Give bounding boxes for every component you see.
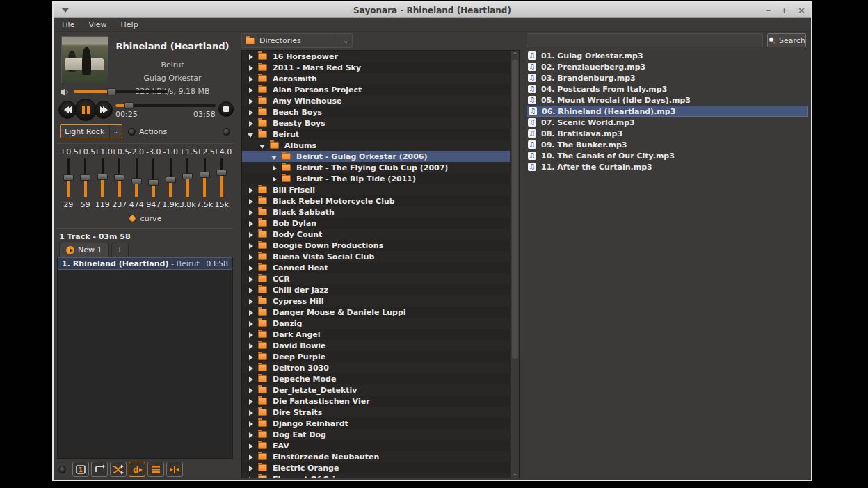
playlist[interactable]: 1. Rhineland (Heartland) - Beirut03:58 (57, 257, 233, 459)
expand-arrow-icon[interactable] (248, 465, 254, 471)
eq-gain-led[interactable] (223, 128, 230, 136)
collapse-arrow-icon[interactable] (248, 131, 254, 138)
expand-arrow-icon[interactable] (248, 276, 254, 282)
tree-item[interactable]: Electric Orange (242, 462, 519, 473)
eq-slider-handle[interactable] (182, 173, 193, 179)
expand-arrow-icon[interactable] (248, 332, 254, 338)
playlist-row[interactable]: 1. Rhineland (Heartland) - Beirut03:58 (58, 257, 232, 270)
tree-item[interactable]: EAV (242, 440, 519, 451)
add-playlist-tab-button[interactable]: + (111, 243, 129, 257)
curve-checkbox[interactable] (129, 215, 136, 222)
expand-arrow-icon[interactable] (248, 187, 254, 193)
repeat-all-button[interactable] (91, 462, 108, 477)
search-button[interactable]: Search (767, 33, 806, 47)
expand-arrow-icon[interactable] (248, 109, 254, 115)
file-row[interactable]: ♫05. Mount Wroclai (Idle Days).mp3 (527, 95, 808, 106)
expand-arrow-icon[interactable] (248, 265, 254, 271)
eq-slider-handle[interactable] (80, 174, 90, 181)
directory-tree[interactable]: 16 Horsepower2011 - Mars Red SkyAerosmit… (241, 50, 520, 478)
maximize-button[interactable]: + (780, 3, 788, 18)
shuffle-button[interactable] (110, 462, 127, 477)
eq-slider-handle[interactable] (216, 170, 227, 176)
playlist-mode-button[interactable] (147, 462, 164, 477)
expand-arrow-icon[interactable] (248, 120, 254, 127)
expand-arrow-icon[interactable] (248, 309, 254, 316)
playlist-tab[interactable]: New 1 (59, 243, 109, 257)
tree-item[interactable]: Black Sabbath (242, 206, 519, 218)
eq-actions-led[interactable] (128, 128, 136, 136)
tree-item[interactable]: Aerosmith (242, 73, 519, 84)
menu-view[interactable]: View (88, 20, 106, 29)
eq-preset-select[interactable]: Light Rock ⌄ (60, 124, 122, 138)
expand-arrow-icon[interactable] (248, 409, 254, 416)
file-list[interactable]: ♫01. Gulag Orkestar.mp3♫02. Prenzlauerbe… (527, 50, 808, 478)
tree-item[interactable]: Beirut - The Flying Club Cup (2007) (242, 162, 519, 173)
stop-button[interactable] (218, 101, 234, 117)
seek-slider[interactable] (115, 104, 216, 107)
eq-band-237[interactable]: +0.5237 (111, 147, 129, 214)
tree-item[interactable]: Beirut - The Rip Tide (2011) (242, 173, 519, 184)
tree-item[interactable]: Boogie Down Productions (242, 240, 519, 251)
gapless-button[interactable] (166, 462, 183, 477)
scroll-down-icon[interactable]: ⌄ (511, 469, 520, 478)
tree-item[interactable]: Dog Eat Dog (242, 429, 519, 440)
tree-item[interactable]: Black Rebel Motorcycle Club (242, 195, 519, 206)
tree-scrollbar[interactable]: ⌃ ⌄ (510, 51, 519, 478)
minimize-button[interactable]: – (766, 3, 771, 18)
expand-arrow-icon[interactable] (248, 76, 254, 82)
playlist-menu-led[interactable] (58, 466, 66, 473)
close-button[interactable]: × (798, 3, 805, 18)
expand-arrow-icon[interactable] (248, 476, 254, 479)
tree-item[interactable]: Einstürzende Neubauten (242, 451, 519, 462)
file-row[interactable]: ♫11. After the Curtain.mp3 (527, 161, 808, 172)
pause-button[interactable] (74, 99, 97, 121)
chevron-down-icon[interactable]: ⌄ (339, 33, 353, 48)
expand-arrow-icon[interactable] (248, 87, 254, 93)
expand-arrow-icon[interactable] (248, 454, 254, 460)
eq-actions-label[interactable]: Actions (139, 127, 167, 136)
eq-slider-handle[interactable] (166, 177, 176, 183)
eq-slider-handle[interactable] (97, 174, 108, 180)
tree-item[interactable]: Danzig (242, 318, 519, 329)
expand-arrow-icon[interactable] (248, 343, 254, 349)
tree-item[interactable]: 16 Horsepower (242, 51, 519, 62)
file-row[interactable]: ♫04. Postcards From Italy.mp3 (527, 83, 808, 95)
eq-slider-handle[interactable] (131, 178, 142, 184)
chevron-down-icon[interactable]: ⌄ (109, 125, 122, 138)
expand-arrow-icon[interactable] (248, 198, 254, 204)
expand-arrow-icon[interactable] (248, 98, 254, 104)
expand-arrow-icon[interactable] (248, 220, 254, 227)
tree-item[interactable]: Beasty Boys (242, 117, 519, 129)
expand-arrow-icon[interactable] (248, 376, 254, 382)
expand-arrow-icon[interactable] (248, 387, 254, 393)
eq-band-474[interactable]: -2.0474 (128, 147, 145, 214)
tree-item[interactable]: Amy Winehouse (242, 95, 519, 106)
curve-label[interactable]: curve (140, 214, 162, 223)
eq-slider-handle[interactable] (114, 174, 124, 181)
file-row[interactable]: ♫03. Brandenburg.mp3 (527, 72, 808, 83)
tree-item[interactable]: Dark Angel (242, 329, 519, 340)
tree-item[interactable]: Albums (242, 140, 519, 151)
file-row[interactable]: ♫07. Scenic World.mp3 (527, 117, 808, 128)
next-button[interactable] (95, 101, 113, 119)
tree-item[interactable]: Beach Boys (242, 106, 519, 117)
expand-arrow-icon[interactable] (248, 443, 254, 449)
tree-item[interactable]: Beirut - Gulag Orkestar (2006) (242, 151, 519, 162)
expand-arrow-icon[interactable] (248, 421, 254, 427)
eq-band-59[interactable]: +0.559 (77, 147, 95, 214)
eq-band-3.8k[interactable]: +1.53.8k (179, 147, 197, 214)
menu-file[interactable]: File (62, 20, 74, 29)
expand-arrow-icon[interactable] (271, 165, 278, 171)
collapse-arrow-icon[interactable] (259, 143, 266, 149)
tree-item[interactable]: Chill der Jazz (242, 284, 519, 295)
library-view-select[interactable]: Directories (241, 33, 353, 48)
expand-arrow-icon[interactable] (248, 320, 254, 327)
expand-arrow-icon[interactable] (271, 176, 278, 182)
tree-item[interactable]: Alan Parsons Project (242, 84, 519, 95)
collapse-arrow-icon[interactable] (271, 154, 278, 160)
tree-item[interactable]: Element Of Crime (242, 473, 519, 478)
tree-item[interactable]: Beirut (242, 129, 519, 140)
window-menu-icon[interactable] (62, 8, 69, 13)
scrollbar-thumb[interactable] (512, 60, 518, 359)
file-row[interactable]: ♫10. The Canals of Our City.mp3 (527, 150, 808, 161)
